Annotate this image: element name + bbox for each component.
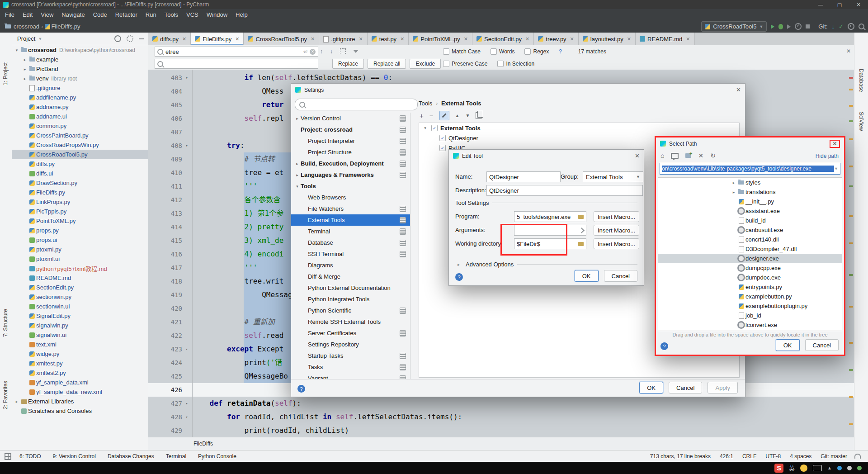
cancel-button[interactable]: Cancel: [669, 382, 702, 393]
words-checkbox[interactable]: Words: [491, 48, 514, 55]
add-tool-icon[interactable]: +: [420, 112, 424, 119]
settings-tree-item[interactable]: Tasks: [291, 361, 410, 373]
tree-chevron-icon[interactable]: ▸: [455, 262, 462, 267]
tray-icon[interactable]: [847, 466, 852, 470]
file-tree-item[interactable]: job_id: [658, 311, 842, 320]
project-tree-item[interactable]: Scratches and Consoles: [12, 406, 148, 416]
settings-tree-item[interactable]: Terminal: [291, 226, 410, 237]
settings-tree-item[interactable]: External Tools: [291, 214, 410, 226]
project-tree-item[interactable]: addname.py: [12, 102, 148, 112]
stop-button[interactable]: [806, 24, 810, 28]
project-tree-item[interactable]: README.md: [12, 273, 148, 283]
project-tree-item[interactable]: SectionEdit.py: [12, 283, 148, 292]
advanced-options-section[interactable]: ▸ Advanced Options: [455, 261, 637, 268]
tree-chevron-icon[interactable]: ▸: [294, 173, 301, 177]
project-tree-item[interactable]: CrossRoadTool5.py: [12, 150, 148, 159]
status-widget[interactable]: CRLF: [742, 453, 756, 460]
menu-item[interactable]: Window: [203, 10, 231, 19]
project-view-select[interactable]: Project: [17, 35, 35, 42]
tree-chevron-icon[interactable]: ▾: [14, 48, 20, 52]
clear-search-icon[interactable]: ✕: [310, 49, 316, 55]
settings-tree-item[interactable]: Web Browsers: [291, 192, 410, 203]
tool-button-project[interactable]: 1: Project: [2, 62, 9, 85]
stripe-mark[interactable]: [849, 89, 853, 90]
settings-tree-item[interactable]: Project: crossroad: [291, 124, 410, 135]
project-tree-item[interactable]: diffs.py: [12, 159, 148, 169]
tool-enabled-checkbox[interactable]: [439, 135, 446, 141]
menu-item[interactable]: VCS: [182, 10, 203, 19]
file-tree-item[interactable]: entrypoints.py: [658, 282, 842, 292]
project-tree-item[interactable]: DrawSection.py: [12, 178, 148, 188]
tool-button-favorites[interactable]: 2: Favorites: [2, 381, 9, 409]
tab-close-icon[interactable]: ✕: [359, 36, 363, 42]
path-input[interactable]: on\crossroad\venv\Lib\site-packages\pyqt…: [660, 163, 840, 175]
stripe-mark[interactable]: [849, 342, 853, 344]
settings-tree-item[interactable]: Vagrant: [291, 373, 410, 379]
close-button[interactable]: ✕: [849, 0, 868, 9]
project-tree-item[interactable]: widge.py: [12, 349, 148, 359]
edit-tool-icon[interactable]: [439, 111, 449, 120]
move-down-icon[interactable]: ▼: [465, 113, 470, 118]
stripe-mark[interactable]: [849, 215, 853, 217]
stripe-mark[interactable]: [849, 105, 853, 107]
tree-chevron-icon[interactable]: ▸: [294, 116, 301, 121]
tab-close-icon[interactable]: ✕: [464, 36, 468, 42]
stripe-mark[interactable]: [849, 166, 853, 167]
chevron-down-icon[interactable]: ▼: [834, 166, 838, 171]
menu-item[interactable]: Refactor: [111, 10, 142, 19]
file-tree-item[interactable]: build_id: [658, 216, 842, 225]
hide-panel-icon[interactable]: [139, 38, 144, 39]
file-tree-item[interactable]: ▸ styles: [658, 178, 842, 187]
settings-tree-item[interactable]: ▸ Build, Execution, Deployment: [291, 158, 410, 169]
editor-tab[interactable]: diffs.py ✕: [148, 33, 191, 45]
help-icon[interactable]: [455, 273, 463, 281]
tool-button-database[interactable]: Database: [858, 69, 864, 92]
project-tree-item[interactable]: FileDiffs.py: [12, 188, 148, 197]
locate-file-icon[interactable]: [114, 35, 121, 42]
menu-item[interactable]: View: [37, 10, 57, 19]
file-tree-item[interactable]: designer.exe: [658, 254, 842, 263]
filter-icon[interactable]: [353, 50, 359, 53]
language-indicator[interactable]: 英: [789, 464, 795, 472]
cancel-button[interactable]: Cancel: [604, 270, 637, 282]
notifications-icon[interactable]: [854, 454, 861, 459]
tree-chevron-icon[interactable]: ▸: [22, 67, 28, 71]
settings-tree-item[interactable]: Project Interpreter: [291, 135, 410, 147]
settings-tree-item[interactable]: Python Integrated Tools: [291, 294, 410, 305]
file-tree-item[interactable]: lconvert.exe: [658, 320, 842, 330]
project-tree-item[interactable]: props.ui: [12, 235, 148, 245]
stripe-mark[interactable]: [849, 77, 853, 79]
debug-button[interactable]: [778, 24, 783, 29]
stripe-mark[interactable]: [849, 306, 853, 308]
menu-item[interactable]: Edit: [19, 10, 37, 19]
editor-tab[interactable]: .gitignore ✕: [319, 33, 368, 45]
tool-button-sciview[interactable]: SciView: [858, 112, 864, 131]
copy-tool-icon[interactable]: [476, 112, 481, 119]
tab-close-icon[interactable]: ✕: [686, 36, 690, 42]
run-button[interactable]: [771, 24, 774, 29]
project-tree-item[interactable]: addfilename.py: [12, 93, 148, 102]
file-tree-item[interactable]: ▸ translations: [658, 187, 842, 197]
tray-expand-icon[interactable]: ▲: [827, 465, 832, 470]
tab-close-icon[interactable]: ✕: [525, 36, 529, 42]
file-tree-item[interactable]: canbusutil.exe: [658, 225, 842, 235]
project-tree-item[interactable]: ptoxml.ui: [12, 254, 148, 264]
desktop-icon[interactable]: [671, 153, 679, 159]
replace-button[interactable]: Replace: [332, 59, 364, 69]
settings-tree-item[interactable]: ▾ Tools: [291, 180, 410, 192]
settings-tree-item[interactable]: Diagrams: [291, 260, 410, 271]
replace-input[interactable]: [155, 59, 318, 69]
regex-help-link[interactable]: ?: [559, 48, 562, 55]
settings-tree-item[interactable]: Python External Documentation: [291, 282, 410, 294]
close-icon[interactable]: ✕: [635, 152, 640, 159]
run-configuration-select[interactable]: CrossRoadTool5 ▼: [701, 21, 767, 32]
ok-button[interactable]: OK: [639, 382, 663, 393]
project-tree-item[interactable]: ptoxml.py: [12, 245, 148, 254]
exclude-button[interactable]: Exclude: [410, 59, 441, 69]
status-tool-button[interactable]: Database Changes: [108, 453, 154, 460]
settings-gear-icon[interactable]: [127, 35, 133, 42]
input-method-logo[interactable]: S: [774, 464, 783, 473]
settings-tree-item[interactable]: Startup Tasks: [291, 350, 410, 361]
tree-chevron-icon[interactable]: ▸: [294, 161, 301, 166]
status-widget[interactable]: UTF-8: [765, 453, 781, 460]
